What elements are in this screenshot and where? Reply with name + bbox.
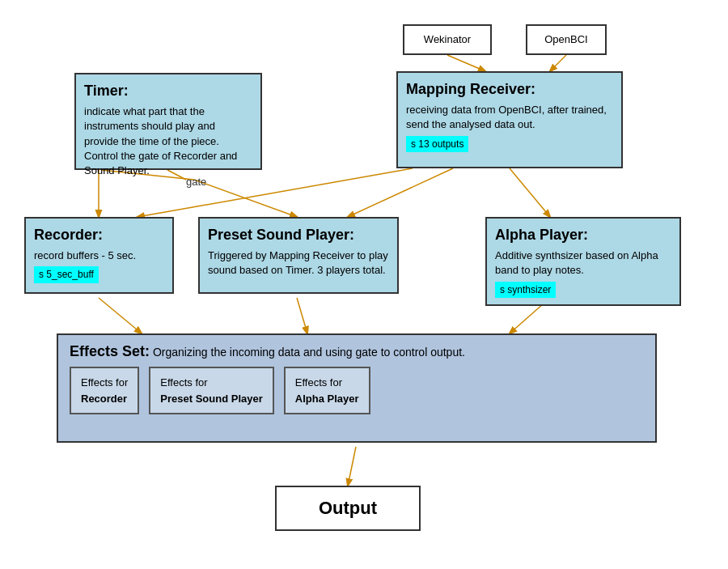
effects-boxes: Effects for Recorder Effects for Preset … (70, 367, 644, 414)
svg-line-5 (194, 180, 297, 217)
timer-title: Timer: (84, 83, 129, 99)
effects-set-container: Effects Set: Organizing the incoming dat… (57, 333, 657, 443)
effects-preset-box: Effects for Preset Sound Player (149, 367, 273, 414)
effects-recorder-line2: Recorder (81, 393, 127, 405)
effects-alpha-line2: Alpha Player (295, 393, 359, 405)
recorder-body: record buffers - 5 sec. (34, 248, 164, 263)
recorder-badge: s 5_sec_buff (34, 266, 99, 283)
svg-line-9 (99, 298, 142, 333)
preset-title: Preset Sound Player: (208, 227, 354, 243)
recorder-node: Recorder: record buffers - 5 sec. s 5_se… (24, 217, 174, 294)
preset-body: Triggered by Mapping Receiver to play so… (208, 248, 389, 278)
effects-header: Effects Set: Organizing the incoming dat… (70, 343, 644, 360)
mapping-badge: s 13 outputs (406, 136, 468, 153)
alpha-badge: s synthsizer (495, 282, 556, 299)
svg-line-0 (447, 55, 485, 71)
alpha-node: Alpha Player: Additive synthsizer based … (485, 217, 681, 306)
gate-label: gate (186, 176, 206, 188)
output-node: Output (275, 486, 421, 531)
timer-body: indicate what part that the instruments … (84, 104, 252, 178)
svg-line-12 (348, 447, 356, 486)
svg-line-7 (510, 168, 550, 217)
effects-preset-line2: Preset Sound Player (160, 393, 262, 405)
effects-recorder-line1: Effects for (81, 376, 128, 389)
diagram: Wekinator OpenBCI Timer: indicate what p… (0, 0, 728, 569)
wekinator-node: Wekinator (403, 24, 492, 55)
mapping-title: Mapping Receiver: (406, 81, 535, 97)
alpha-title: Alpha Player: (495, 227, 588, 243)
effects-subtitle: Organizing the incoming data and using g… (153, 346, 465, 359)
effects-title: Effects Set: (70, 343, 150, 359)
openbci-node: OpenBCI (526, 24, 607, 55)
effects-alpha-line1: Effects for (295, 376, 342, 389)
wekinator-label: Wekinator (424, 32, 471, 47)
timer-node: Timer: indicate what part that the instr… (74, 73, 262, 170)
mapping-body: receiving data from OpenBCI, after train… (406, 103, 613, 132)
effects-alpha-box: Effects for Alpha Player (284, 367, 370, 414)
effects-recorder-box: Effects for Recorder (70, 367, 139, 414)
alpha-body: Additive synthsizer based on Alpha band … (495, 248, 671, 278)
effects-preset-line1: Effects for (160, 376, 207, 389)
mapping-node: Mapping Receiver: receiving data from Op… (396, 71, 623, 168)
svg-line-6 (348, 168, 453, 217)
output-label: Output (319, 496, 377, 521)
openbci-label: OpenBCI (544, 32, 587, 47)
preset-node: Preset Sound Player: Triggered by Mappin… (198, 217, 399, 294)
svg-line-1 (550, 55, 566, 71)
recorder-title: Recorder: (34, 227, 103, 243)
svg-line-10 (297, 298, 307, 333)
